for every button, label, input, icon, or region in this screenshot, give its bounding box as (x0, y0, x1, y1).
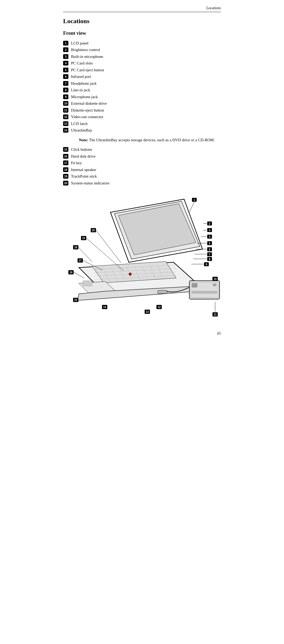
svg-text:19: 19 (82, 237, 85, 240)
item-label: Infrared port (71, 74, 91, 80)
item-label: Line-in jack (71, 87, 90, 93)
svg-rect-20 (83, 281, 92, 286)
svg-text:5: 5 (209, 242, 210, 245)
item-label: System-status indicators (71, 180, 109, 186)
svg-rect-25 (192, 283, 197, 287)
item-badge: 10 (63, 101, 68, 106)
item-label: UltraslimBay (71, 127, 92, 133)
item-label: Built-in microphone (71, 54, 103, 60)
item-badge: 13 (63, 121, 68, 126)
list-item: 3Built-in microphone (63, 54, 221, 60)
list-item: 11Diskette-eject button (63, 107, 221, 113)
item-list-2: 15Click buttons16Hard disk drive17Fn key… (63, 147, 221, 186)
svg-text:12: 12 (158, 306, 161, 309)
svg-text:13: 13 (146, 310, 149, 313)
list-item: 8Line-in jack (63, 87, 221, 93)
item-badge: 12 (63, 114, 68, 119)
item-badge: 16 (63, 154, 68, 159)
svg-text:7: 7 (209, 253, 210, 256)
svg-text:3: 3 (209, 229, 210, 232)
item-label: PC Card eject button (71, 67, 104, 73)
item-label: Video-out connector (71, 114, 103, 120)
list-item: 6Infrared port (63, 74, 221, 80)
item-label: Diskette-eject button (71, 107, 104, 113)
svg-rect-26 (213, 284, 216, 286)
svg-line-69 (74, 272, 84, 278)
diagram-container: 1 2 3 4 5 6 7 8 9 10 (63, 191, 221, 328)
svg-text:14: 14 (103, 306, 106, 309)
item-label: Internal speaker (71, 167, 96, 173)
item-badge: 8 (63, 88, 68, 92)
svg-rect-27 (158, 290, 167, 294)
item-label: LCD latch (71, 121, 88, 127)
laptop-screen (110, 199, 202, 262)
page-number: 65 (63, 331, 221, 336)
list-item: 18Internal speaker (63, 167, 221, 173)
svg-text:15: 15 (74, 299, 77, 301)
item-badge: 4 (63, 61, 68, 66)
list-item: 7Headphone jack (63, 80, 221, 87)
item-badge: 17 (63, 160, 68, 165)
list-item: 5PC Card eject button (63, 67, 221, 73)
item-badge: 3 (63, 54, 68, 59)
item-badge: 14 (63, 128, 68, 133)
note-text: The UltraslimBay accepts storage devices… (89, 138, 215, 142)
section-title: Locations (63, 16, 221, 26)
svg-text:4: 4 (209, 235, 210, 238)
note-label: Note: (79, 138, 88, 142)
list-item: 20System-status indicators (63, 180, 221, 186)
list-item: 17Fn key (63, 160, 221, 166)
svg-point-19 (129, 273, 131, 275)
list-item: 19TrackPoint stick (63, 173, 221, 179)
svg-text:16: 16 (69, 271, 73, 274)
svg-line-82 (189, 202, 194, 212)
item-badge: 18 (63, 167, 68, 172)
item-label: Hard disk drive (71, 153, 95, 159)
item-label: TrackPoint stick (71, 173, 97, 179)
svg-text:8: 8 (209, 258, 210, 261)
svg-rect-24 (192, 291, 217, 293)
list-item: 13LCD latch (63, 121, 221, 127)
list-item: 14UltraslimBay (63, 127, 221, 133)
svg-text:6: 6 (209, 248, 210, 251)
note-block: Note: The UltraslimBay accepts storage d… (79, 137, 221, 143)
item-badge: 11 (63, 108, 68, 113)
svg-text:18: 18 (74, 246, 77, 249)
item-badge: 2 (63, 47, 68, 52)
svg-text:11: 11 (214, 313, 217, 316)
list-item: 4PC Card slots (63, 60, 221, 66)
item-label: Fn key (71, 160, 82, 166)
item-badge: 20 (63, 181, 68, 185)
item-badge: 7 (63, 81, 68, 86)
list-item: 12Video-out connector (63, 114, 221, 120)
svg-line-81 (96, 230, 121, 263)
svg-text:20: 20 (92, 229, 95, 232)
item-label: Click buttons (71, 147, 92, 153)
item-label: LCD panel (71, 40, 88, 46)
item-label: Microphone jack (71, 94, 98, 100)
item-label: Brightness control (71, 47, 100, 53)
item-list-1: 1LCD panel2Brightness control3Built-in m… (63, 40, 221, 133)
svg-text:17: 17 (79, 259, 82, 262)
item-label: Headphone jack (71, 80, 97, 87)
list-item: 10External diskette drive (63, 100, 221, 107)
sub-title: Front view (63, 29, 221, 37)
item-badge: 9 (63, 94, 68, 99)
item-badge: 6 (63, 74, 68, 79)
list-item: 16Hard disk drive (63, 153, 221, 159)
list-item: 1LCD panel (63, 40, 221, 46)
svg-text:9: 9 (206, 263, 207, 266)
page-header: Locations (63, 5, 221, 12)
item-label: External diskette drive (71, 100, 107, 107)
svg-text:2: 2 (209, 222, 210, 225)
list-item: 2Brightness control (63, 47, 221, 53)
item-badge: 19 (63, 174, 68, 179)
list-item: 9Microphone jack (63, 94, 221, 100)
svg-text:1: 1 (194, 199, 195, 202)
item-badge: 5 (63, 68, 68, 72)
diskette-drive (189, 281, 220, 299)
item-label: PC Card slots (71, 60, 93, 66)
item-badge: 1 (63, 41, 68, 46)
svg-text:10: 10 (214, 278, 217, 280)
item-badge: 15 (63, 147, 68, 152)
